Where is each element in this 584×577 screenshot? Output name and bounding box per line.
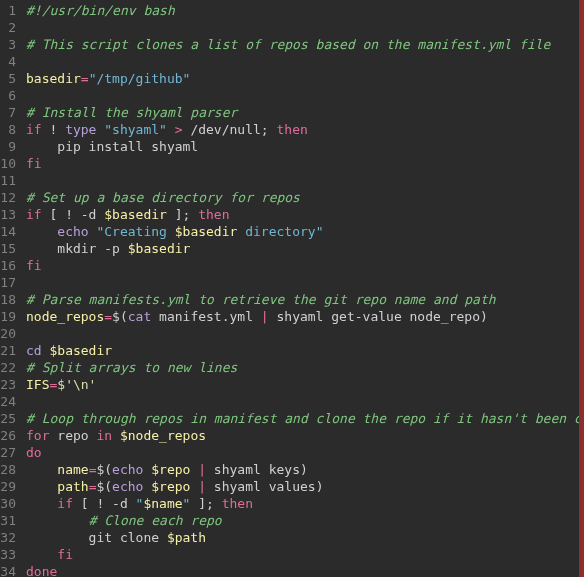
line-number: 23 (0, 376, 16, 393)
line-number: 10 (0, 155, 16, 172)
line-number: 18 (0, 291, 16, 308)
code-line: cd $basedir (26, 342, 584, 359)
token (26, 547, 57, 562)
code-line (26, 172, 584, 189)
token: # Parse manifests.yml to retrieve the gi… (26, 292, 496, 307)
token: "shyaml" (104, 122, 167, 137)
token: [ ! -d (73, 496, 136, 511)
line-number: 9 (0, 138, 16, 155)
token: $( (96, 479, 112, 494)
token: IFS (26, 377, 49, 392)
code-line: # Clone each repo (26, 512, 584, 529)
code-line: #!/usr/bin/env bash (26, 2, 584, 19)
line-number: 12 (0, 189, 16, 206)
token: echo (112, 462, 143, 477)
token: pip install shyaml (26, 139, 198, 154)
token: shyaml keys (206, 462, 300, 477)
code-line: for repo in $node_repos (26, 427, 584, 444)
token: $name (143, 496, 182, 511)
token (26, 496, 57, 511)
code-area[interactable]: #!/usr/bin/env bash # This script clones… (22, 0, 584, 577)
token: ) (480, 309, 488, 324)
token (112, 428, 120, 443)
code-line: # Parse manifests.yml to retrieve the gi… (26, 291, 584, 308)
token: name (57, 462, 88, 477)
line-number: 20 (0, 325, 16, 342)
line-number: 21 (0, 342, 16, 359)
token: if (26, 207, 42, 222)
code-line: # Install the shyaml parser (26, 104, 584, 121)
code-line: if [ ! -d $basedir ]; then (26, 206, 584, 223)
token: # This script clones a list of repos bas… (26, 37, 550, 52)
line-number: 34 (0, 563, 16, 577)
code-line: done (26, 563, 584, 577)
token: $basedir (104, 207, 167, 222)
token: type (65, 122, 96, 137)
token: $basedir (49, 343, 112, 358)
token: # Install the shyaml parser (26, 105, 237, 120)
token: # Set up a base directory for repos (26, 190, 300, 205)
code-line: # This script clones a list of repos bas… (26, 36, 584, 53)
token: $( (96, 462, 112, 477)
line-number: 5 (0, 70, 16, 87)
token: mkdir -p (26, 241, 128, 256)
token: /dev/null; (183, 122, 277, 137)
token: $node_repos (120, 428, 206, 443)
line-number-gutter: 1234567891011121314151617181920212223242… (0, 0, 22, 577)
code-line: do (26, 444, 584, 461)
line-number: 27 (0, 444, 16, 461)
token (167, 122, 175, 137)
code-line (26, 19, 584, 36)
token: fi (26, 156, 42, 171)
overflow-indicator (579, 0, 584, 577)
token: $repo (151, 462, 190, 477)
token: fi (57, 547, 73, 562)
code-line (26, 87, 584, 104)
token (26, 462, 57, 477)
line-number: 8 (0, 121, 16, 138)
token: fi (26, 258, 42, 273)
line-number: 28 (0, 461, 16, 478)
code-line: IFS=$'\n' (26, 376, 584, 393)
line-number: 29 (0, 478, 16, 495)
token: > (175, 122, 183, 137)
code-line: path=$(echo $repo | shyaml values) (26, 478, 584, 495)
line-number: 25 (0, 410, 16, 427)
token: echo (112, 479, 143, 494)
token: if (57, 496, 73, 511)
code-line: echo "Creating $basedir directory" (26, 223, 584, 240)
code-line: name=$(echo $repo | shyaml keys) (26, 461, 584, 478)
token: cd (26, 343, 42, 358)
token: then (222, 496, 253, 511)
token: # Clone each repo (89, 513, 222, 528)
token: ]; (190, 496, 221, 511)
code-line (26, 274, 584, 291)
token: basedir (26, 71, 81, 86)
token: if (26, 122, 42, 137)
line-number: 3 (0, 36, 16, 53)
code-line: fi (26, 155, 584, 172)
token: then (276, 122, 307, 137)
token: then (198, 207, 229, 222)
line-number: 16 (0, 257, 16, 274)
token: for (26, 428, 49, 443)
token: cat (128, 309, 151, 324)
token: directory" (237, 224, 323, 239)
token: ]; (167, 207, 198, 222)
token (26, 224, 57, 239)
code-line (26, 393, 584, 410)
token: echo (57, 224, 88, 239)
code-line (26, 325, 584, 342)
line-number: 15 (0, 240, 16, 257)
code-line: # Loop through repos in manifest and clo… (26, 410, 584, 427)
token: $'\n' (57, 377, 96, 392)
token: | (198, 462, 206, 477)
token: ) (316, 479, 324, 494)
line-number: 22 (0, 359, 16, 376)
token: $repo (151, 479, 190, 494)
token: in (96, 428, 112, 443)
line-number: 4 (0, 53, 16, 70)
code-line: # Set up a base directory for repos (26, 189, 584, 206)
token: [ ! -d (42, 207, 105, 222)
line-number: 17 (0, 274, 16, 291)
